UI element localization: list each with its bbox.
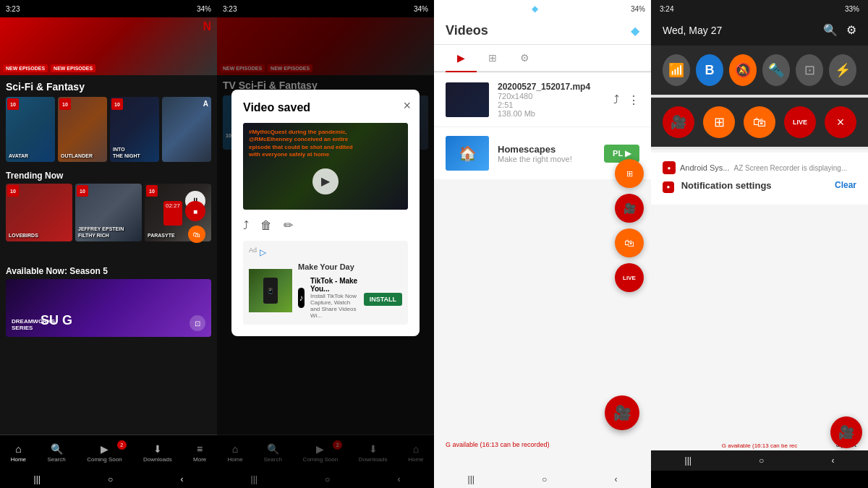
- qs-flash-button[interactable]: 🔦: [762, 54, 790, 86]
- app-shortcut-record[interactable]: 🎥: [663, 106, 694, 138]
- time-p4: 3:24: [660, 5, 673, 13]
- nav-downloads[interactable]: ⬇ Downloads: [143, 443, 172, 463]
- notif-header: ● Android Sys... AZ Screen Recorder is d…: [663, 161, 856, 174]
- trending-card-jeffrey[interactable]: 10 JEFFREY EPSTEIN FILTHY RICH: [75, 184, 142, 241]
- clear-button[interactable]: Clear: [835, 180, 856, 190]
- ad-content: 📱 Make Your Day ♪ TikTok - Make You... I…: [249, 262, 402, 319]
- app-shortcut-grid[interactable]: ⊞: [703, 106, 735, 138]
- movie-title-night: INTOTHE NIGHT: [113, 147, 140, 159]
- videos-header: Videos ◆: [434, 17, 651, 45]
- movie-card-into-the-night[interactable]: 10 INTOTHE NIGHT: [110, 97, 159, 162]
- app-shortcut-shop[interactable]: 🛍: [744, 106, 775, 138]
- notification-area: ● Android Sys... AZ Screen Recorder is d…: [651, 153, 868, 205]
- delete-video-button[interactable]: 🗑: [260, 219, 272, 232]
- qs-mute-button[interactable]: 🔕: [729, 54, 757, 86]
- shoppable-icon-button[interactable]: 🛍: [188, 226, 205, 243]
- notif-app-info: ● Android Sys... AZ Screen Recorder is d…: [663, 161, 847, 174]
- homescapes-meta: Homescapes Make the right move!: [498, 144, 595, 163]
- android-back-btn[interactable]: |||: [34, 474, 41, 484]
- status-bar-p3: ◆ 34%: [434, 0, 651, 17]
- settings-icon-p4[interactable]: ⚙: [846, 23, 856, 37]
- app-shortcuts-row: 🎥 ⊞ 🛍 LIVE ×: [651, 98, 868, 147]
- downloads-icon: ⬇: [153, 443, 162, 455]
- video-filename-1: 20200527_152017.mp4: [498, 82, 605, 92]
- bubble-shop-button[interactable]: 🛍: [615, 228, 644, 257]
- android-recents-btn[interactable]: ‹: [180, 474, 183, 484]
- nav-search-label: Search: [47, 456, 65, 463]
- tab-video-settings[interactable]: ⚙: [509, 45, 541, 71]
- tab-video-play[interactable]: ▶: [446, 45, 477, 71]
- notif-title: ● Notification settings Clear: [663, 180, 856, 193]
- bubble-record-button[interactable]: 🎥: [615, 194, 644, 223]
- qs-wifi-button[interactable]: 📶: [663, 54, 690, 86]
- search-icon-p4[interactable]: 🔍: [823, 23, 838, 37]
- share-video-button[interactable]: ⤴: [243, 219, 249, 232]
- tiktok-text-area: TikTok - Make You... Install TikTok Now …: [310, 277, 358, 319]
- nav-coming-soon-label: Coming Soon: [87, 456, 122, 463]
- video-size-1: 138.00 Mb: [498, 109, 605, 118]
- more-icon-1[interactable]: ⋮: [628, 93, 639, 107]
- preview-play-button[interactable]: ▶: [312, 168, 339, 194]
- android-recents-btn-p3[interactable]: ‹: [614, 474, 617, 484]
- movie-card-extra[interactable]: A: [162, 97, 211, 162]
- qs-bluetooth-button[interactable]: ⚡: [829, 54, 856, 86]
- video-saved-dialog: Video saved × #MythicQuest during the pa…: [231, 90, 420, 336]
- tab-video-grid[interactable]: ⊞: [477, 45, 509, 71]
- android-nav-p3: ||| ○ ‹: [434, 471, 651, 488]
- movie-title-jeffrey: JEFFREY EPSTEIN FILTHY RICH: [78, 226, 142, 239]
- movie-card-outlander[interactable]: 10 OUTLANDER: [58, 97, 107, 162]
- available-normal-p4: G available: [722, 442, 752, 449]
- record-area: ■ 02:27 🛍: [0, 247, 217, 254]
- nav-search[interactable]: 🔍 Search: [47, 443, 65, 463]
- bubble-live-button[interactable]: LIVE: [615, 263, 644, 292]
- available-now-card[interactable]: DREAMWORKSSERIES SU G ⊡: [6, 279, 211, 337]
- video-duration-1: 2:51: [498, 100, 605, 109]
- share-icon-1[interactable]: ⤴: [613, 93, 619, 106]
- trending-card-lovebirds[interactable]: 10 LOVEBIRDS: [6, 184, 72, 241]
- dialog-close-button[interactable]: ×: [403, 98, 411, 114]
- android-back-btn-p4[interactable]: |||: [685, 455, 692, 466]
- android-home-btn-p4[interactable]: ○: [759, 455, 764, 466]
- android-home-btn-p3[interactable]: ○: [542, 474, 547, 484]
- trending-row: 10 LOVEBIRDS 10 JEFFREY EPSTEIN FILTHY R…: [0, 184, 217, 241]
- install-button[interactable]: INSTALL: [364, 293, 402, 306]
- dialog-title: Video saved: [243, 101, 408, 114]
- p4-header-icons: 🔍 ⚙: [823, 23, 856, 37]
- android-recents-btn-p4[interactable]: ‹: [831, 455, 834, 466]
- p4-record-button[interactable]: 🎥: [830, 416, 862, 448]
- app-shortcut-close[interactable]: ×: [825, 106, 856, 138]
- preview-overlay: #MythicQuest during the pandemic,@RMcElh…: [243, 123, 408, 210]
- bottom-nav-p1: ⌂ Home 🔍 Search ▶ Coming Soon 2 ⬇ Downlo…: [0, 435, 217, 471]
- sug-ra-title: SU G: [35, 307, 78, 334]
- netflix-hero-banner[interactable]: NEW EPISODES NEW EPISODES N: [0, 17, 217, 75]
- panel2-video-saved: 3:23 34% NEW EPISODES NEW EPISODES TV Sc…: [217, 0, 434, 488]
- cast-icon[interactable]: ⊡: [190, 315, 205, 331]
- floating-bubbles: ⊞ 🎥 🛍 LIVE: [615, 159, 644, 292]
- app-shortcut-live[interactable]: LIVE: [784, 106, 816, 138]
- android-home-btn[interactable]: ○: [108, 474, 113, 484]
- notif-app-subtitle: AZ Screen Recorder is displaying...: [733, 164, 847, 172]
- bubble-grid-button[interactable]: ⊞: [615, 159, 644, 188]
- video-item-1[interactable]: 20200527_152017.mp4 720x1480 2:51 138.00…: [434, 73, 651, 127]
- movie-card-avatar[interactable]: 10 AVATAR: [6, 97, 55, 162]
- nav-downloads-label: Downloads: [143, 456, 172, 463]
- status-bar-p2: 3:23 34%: [217, 0, 434, 17]
- available-text-red: (16:13 can be recorded): [480, 441, 550, 448]
- video-preview[interactable]: #MythicQuest during the pandemic,@RMcElh…: [243, 123, 408, 210]
- nav-more[interactable]: ≡ More: [193, 443, 206, 463]
- p4-record-fab: 🎥: [830, 416, 862, 448]
- floating-record-button[interactable]: 🎥: [605, 395, 639, 430]
- nav-home[interactable]: ⌂ Home: [11, 443, 26, 463]
- qs-cast-button[interactable]: ⊡: [796, 54, 823, 86]
- record-stop-button[interactable]: ■: [185, 201, 205, 221]
- edit-video-button[interactable]: ✏: [284, 218, 293, 232]
- android-nav-p4: ||| ○ ‹: [651, 450, 868, 471]
- android-back-btn-p3[interactable]: |||: [468, 474, 475, 484]
- new-episodes-badge1: NEW EPISODES: [3, 64, 48, 72]
- time-p1: 3:23: [6, 5, 20, 13]
- video-tabs: ▶ ⊞ ⚙: [434, 45, 651, 72]
- qs-b-button[interactable]: B: [696, 54, 723, 86]
- tiktok-desc: Install TikTok Now Capture, Watch and Sh…: [310, 293, 358, 319]
- panel1-netflix: 3:23 34% NEW EPISODES NEW EPISODES N Sci…: [0, 0, 217, 488]
- nav-coming-soon[interactable]: ▶ Coming Soon 2: [87, 443, 122, 463]
